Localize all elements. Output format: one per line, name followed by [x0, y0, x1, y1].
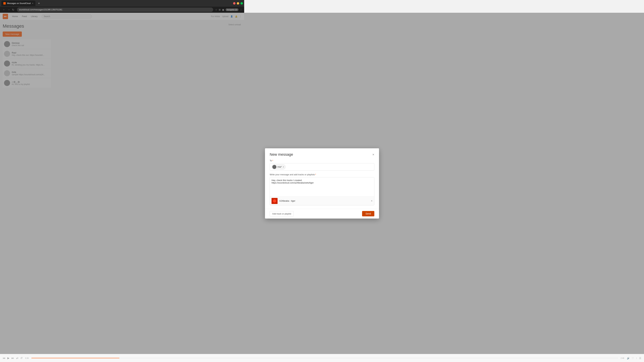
window-maximize-button[interactable]	[240, 2, 243, 4]
tab-favicon	[3, 2, 6, 4]
browser-chrome: Messages on SoundCloud × +	[0, 0, 244, 7]
tab-close-btn[interactable]: ×	[32, 2, 33, 5]
back-button[interactable]: ←	[2, 7, 6, 12]
extensions-icon[interactable]: ⊞	[219, 8, 221, 11]
nav-buttons: ← → ↻	[2, 7, 15, 12]
incognito-badge: Incognito (2)	[226, 8, 238, 11]
new-tab-button[interactable]: +	[37, 1, 41, 6]
address-bar: ← → ↻ ☆ ⊞ ▣ Incognito (2) ⋮	[0, 7, 244, 13]
toolbar-icons: ☆ ⊞ ▣ Incognito (2) ⋮	[215, 8, 242, 11]
bookmark-icon[interactable]: ☆	[215, 8, 217, 11]
menu-icon[interactable]: ⋮	[240, 8, 242, 11]
window-close-button[interactable]	[233, 2, 236, 4]
refresh-button[interactable]: ↻	[12, 7, 15, 12]
modal-overlay: New message × To * mia* × Write your mes…	[0, 13, 244, 137]
browser-tab-active[interactable]: Messages on SoundCloud ×	[1, 1, 36, 6]
sidebar-icon[interactable]: ▣	[222, 8, 224, 11]
url-bar[interactable]	[17, 7, 213, 12]
window-minimize-button[interactable]	[237, 2, 239, 4]
window-controls	[233, 2, 243, 4]
tab-title: Messages on SoundCloud	[7, 2, 31, 4]
forward-button[interactable]: →	[7, 7, 11, 12]
